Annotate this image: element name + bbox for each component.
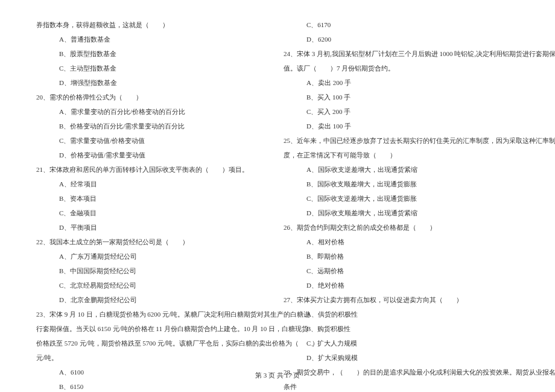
option: B、价格变动的百分比/需求量变动的百分比 [36, 119, 271, 133]
option: D、北京金鹏期货经纪公司 [36, 293, 271, 306]
option: C、主动型指数基金 [36, 62, 271, 75]
question-25-line1: 25、近年来，中国已经逐步放弃了过去长期实行的钉住美元的汇率制度，因为采取这种汇… [284, 134, 519, 147]
question-28-line2: 条件 [284, 380, 519, 392]
left-column: 券指数本身，获得超额收益，这就是（ ） A、普通指数基金 B、股票型指数基金 C… [30, 18, 278, 392]
question-25-line2: 度，在正常情况下有可能导致（ ） [284, 148, 519, 162]
option: C、买入 200 手 [284, 105, 519, 118]
question-27: 27、宋体买方让卖方拥有点加权，可以促进卖方向其（ ） [284, 293, 519, 306]
option: B、股票型指数基金 [36, 47, 271, 60]
option: C、国际收支逆差增大，出现通货膨胀 [284, 192, 519, 205]
option: B、资本项目 [36, 192, 271, 205]
page-footer: 第 3 页 共 17 页 [0, 371, 555, 380]
option: C、扩大人力规模 [284, 337, 519, 350]
option: A、供货的积极性 [284, 308, 519, 321]
option: A、国际收支逆差增大，出现通货紧缩 [284, 163, 519, 176]
option: D、国际收支顺差增大，出现通货紧缩 [284, 206, 519, 220]
question-22: 22、我国本土成立的第一家期货经纪公司是（ ） [36, 235, 271, 248]
question-20: 20、需求的价格弹性公式为（ ） [36, 90, 271, 104]
option: D、6200 [284, 33, 519, 46]
question-24-line1: 24、宋体 3 月初,我国某铝型材厂计划在三个月后购进 1000 吨铝锭,决定利… [284, 47, 519, 60]
option: C、金融项目 [36, 206, 271, 220]
question-23-line3: 价格跌至 5720 元/吨，期货价格跌至 5700 元/吨。该糖厂平仓后，实际白… [36, 337, 271, 350]
option: D、平衡项目 [36, 221, 271, 234]
option: C、需求量变动值/价格变动值 [36, 134, 271, 147]
question-26: 26、期货合约到期交割之前的成交价格都是（ ） [284, 221, 519, 234]
question-23-line4: 元/吨。 [36, 351, 271, 364]
option: D、价格变动值/需求量变动值 [36, 148, 271, 162]
option: A、经常项目 [36, 177, 271, 191]
option: B、国际收支顺差增大，出现通货膨胀 [284, 177, 519, 191]
option: A、需求量变动的百分比/价格变动的百分比 [36, 105, 271, 118]
option: A、广东万通期货经纪公司 [36, 250, 271, 263]
question-21: 21、宋体政府和居民的单方面转移计入国际收支平衡表的（ ）项目。 [36, 163, 271, 176]
option: A、普通指数基金 [36, 33, 271, 46]
question-intro: 券指数本身，获得超额收益，这就是（ ） [36, 18, 271, 31]
question-24-line2: 值。该厂（ ）7 月份铝期货合约。 [284, 62, 519, 75]
option: B、即期价格 [284, 250, 519, 263]
option: C、6170 [284, 18, 519, 31]
option: D、增强型指数基金 [36, 76, 271, 89]
option: B、买入 100 手 [284, 90, 519, 104]
question-23-line2: 行套期保值。当天以 6150 元/吨的价格在 11 月份白糖期货合约上建仓。10… [36, 322, 271, 335]
option: A、卖出 200 手 [284, 76, 519, 89]
right-column: C、6170 D、6200 24、宋体 3 月初,我国某铝型材厂计划在三个月后购… [278, 18, 525, 392]
option: B、6150 [36, 380, 271, 392]
option: B、购货积极性 [284, 322, 519, 335]
option: C、北京经易期货经纪公司 [36, 279, 271, 292]
option: A、相对价格 [284, 235, 519, 248]
option: B、中国国际期货经纪公司 [36, 264, 271, 277]
option: C、远期价格 [284, 264, 519, 277]
option: D、扩大采购规模 [284, 351, 519, 364]
question-23-line1: 23、宋体 9 月 10 日，白糖现货价格为 6200 元/吨。某糖厂决定利用白… [36, 308, 271, 321]
option: D、卖出 100 手 [284, 119, 519, 133]
option: D、绝对价格 [284, 279, 519, 292]
